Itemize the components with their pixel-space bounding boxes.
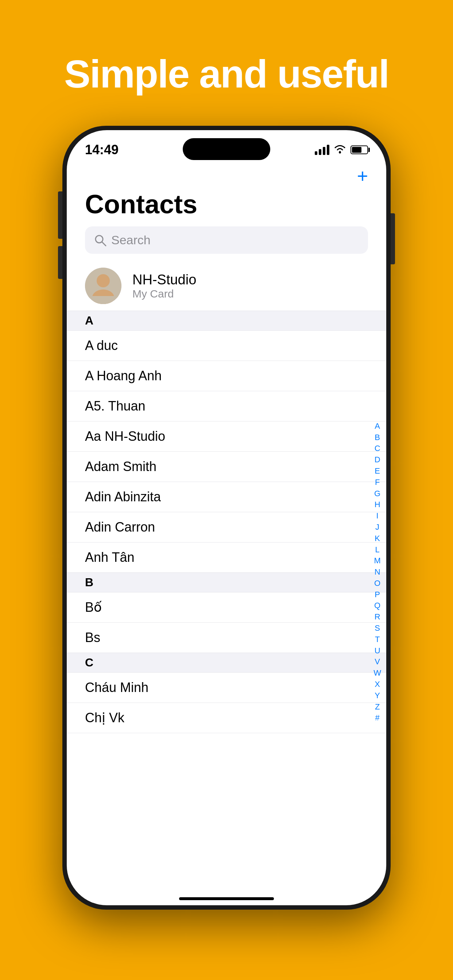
battery-icon (351, 145, 368, 154)
alpha-x[interactable]: X (375, 679, 380, 690)
section-header-b: B (67, 573, 386, 592)
phone-screen: 14:49 (67, 130, 386, 905)
home-indicator (67, 883, 386, 905)
dynamic-island (183, 138, 270, 160)
contact-item[interactable]: A Hoang Anh (67, 361, 386, 391)
alpha-m[interactable]: M (374, 555, 380, 566)
power-button (391, 213, 395, 264)
alpha-s[interactable]: S (375, 623, 380, 634)
alpha-u[interactable]: U (375, 645, 380, 657)
section-header-c: C (67, 653, 386, 673)
alpha-b[interactable]: B (375, 432, 380, 443)
alpha-hash[interactable]: # (375, 713, 379, 724)
contact-item[interactable]: A5. Thuan (67, 391, 386, 422)
contact-item[interactable]: Bs (67, 623, 386, 653)
alpha-q[interactable]: Q (374, 600, 380, 611)
my-card-label: My Card (132, 288, 196, 300)
contact-item[interactable]: Aa NH-Studio (67, 422, 386, 452)
status-bar: 14:49 (67, 130, 386, 163)
my-card-name: NH-Studio (132, 272, 196, 288)
alphabet-index[interactable]: A B C D E F G H I J K L M N O (373, 261, 381, 883)
alpha-p[interactable]: P (375, 589, 380, 600)
contact-name: Adam Smith (85, 459, 156, 474)
search-bar[interactable]: Search (85, 226, 368, 254)
contact-name: Bs (85, 630, 100, 645)
contact-name: Anh Tân (85, 550, 134, 565)
page-title: Simple and useful (64, 51, 389, 97)
contact-item[interactable]: A duc (67, 331, 386, 361)
avatar-image (85, 267, 121, 304)
page-background: Simple and useful 14:49 (0, 0, 453, 980)
signal-icon (315, 145, 329, 155)
alpha-d[interactable]: D (375, 454, 380, 466)
contact-name: Aa NH-Studio (85, 429, 165, 444)
svg-point-4 (97, 274, 110, 287)
alpha-l[interactable]: L (375, 544, 379, 555)
add-contact-button[interactable]: + (357, 167, 368, 186)
contact-list: NH-Studio My Card A A duc A Hoang Anh A5… (67, 261, 386, 883)
alpha-a[interactable]: A (375, 421, 380, 432)
svg-line-2 (102, 242, 106, 246)
contact-name: A duc (85, 338, 118, 353)
alpha-f[interactable]: F (375, 477, 380, 488)
my-card-info: NH-Studio My Card (132, 272, 196, 300)
alpha-y[interactable]: Y (375, 690, 380, 702)
alpha-o[interactable]: O (374, 578, 380, 589)
alpha-k[interactable]: K (375, 533, 380, 544)
alpha-h[interactable]: H (375, 499, 380, 511)
alpha-e[interactable]: E (375, 466, 380, 477)
svg-rect-6 (85, 296, 121, 304)
app-header: + (67, 163, 386, 186)
alpha-z[interactable]: Z (375, 702, 380, 713)
phone-mockup: 14:49 (62, 126, 391, 910)
contacts-title: Contacts (67, 186, 386, 226)
status-icons (315, 144, 368, 156)
alpha-c[interactable]: C (375, 443, 380, 454)
contact-name: A5. Thuan (85, 398, 145, 414)
contact-name: Bố (85, 600, 102, 615)
home-bar (179, 897, 274, 900)
contact-item[interactable]: Cháu Minh (67, 673, 386, 703)
wifi-icon (334, 144, 346, 156)
contact-item[interactable]: Anh Tân (67, 542, 386, 573)
alpha-v[interactable]: V (375, 656, 380, 668)
volume-down-button (58, 246, 62, 279)
volume-up-button (58, 206, 62, 239)
contact-name: Cháu Minh (85, 680, 148, 695)
section-header-a: A (67, 311, 386, 331)
search-placeholder: Search (111, 233, 151, 247)
alpha-r[interactable]: R (375, 611, 380, 623)
contact-item[interactable]: Adam Smith (67, 452, 386, 482)
avatar (85, 267, 121, 304)
search-icon (94, 234, 107, 247)
alpha-t[interactable]: T (375, 634, 380, 645)
contact-item[interactable]: Chị Vk (67, 703, 386, 733)
alpha-j[interactable]: J (375, 522, 379, 533)
app-content: + Contacts Search (67, 163, 386, 905)
contact-item[interactable]: Adin Abinzita (67, 482, 386, 512)
alpha-g[interactable]: G (374, 488, 380, 500)
contact-name: Adin Abinzita (85, 489, 161, 504)
contact-item[interactable]: Adin Carron (67, 512, 386, 542)
contact-name: Chị Vk (85, 710, 124, 725)
contact-name: Adin Carron (85, 520, 155, 535)
contact-item[interactable]: Bố (67, 592, 386, 623)
my-card-item[interactable]: NH-Studio My Card (67, 261, 386, 311)
svg-point-0 (339, 151, 341, 153)
alpha-i[interactable]: I (376, 511, 379, 522)
alpha-w[interactable]: W (373, 668, 381, 679)
alpha-n[interactable]: N (375, 566, 380, 578)
status-time: 14:49 (85, 142, 118, 158)
contact-name: A Hoang Anh (85, 368, 161, 383)
